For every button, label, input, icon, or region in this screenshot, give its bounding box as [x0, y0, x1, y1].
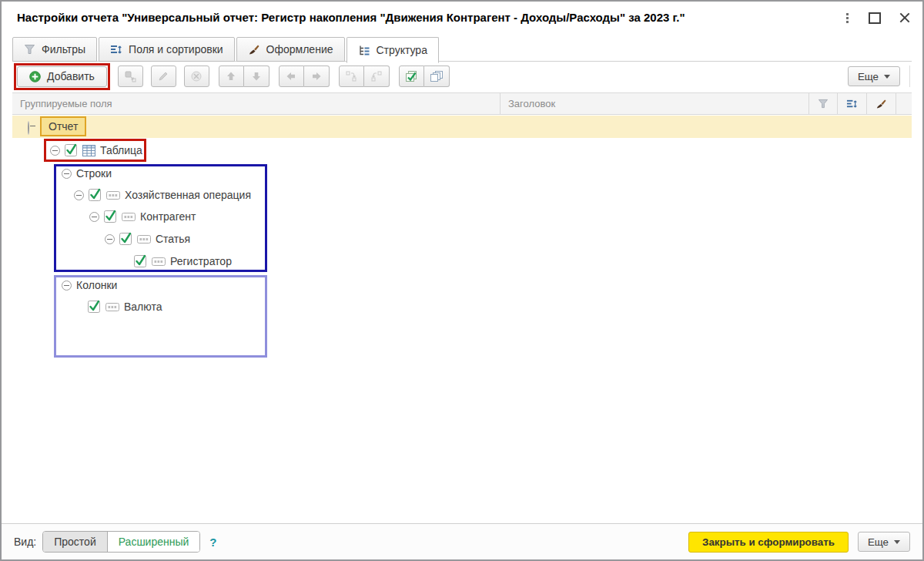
close-and-generate-button[interactable]: Закрыть и сформировать [688, 532, 849, 553]
tree-label-rows[interactable]: Строки [76, 167, 112, 180]
checkbox-registrar[interactable] [134, 255, 147, 268]
checkbox-currency[interactable] [88, 301, 101, 314]
edit-button[interactable] [151, 66, 176, 87]
toolbar: Добавить [14, 65, 910, 88]
move-down-button[interactable] [244, 66, 270, 87]
add-button-label: Добавить [47, 70, 95, 82]
tree-row-report[interactable]: Отчет [12, 116, 912, 138]
move-right-icon [310, 70, 323, 82]
header-filter-cell[interactable] [809, 93, 839, 114]
help-link[interactable]: ? [209, 536, 216, 549]
check-all-icon [404, 70, 418, 82]
uncheck-all-icon [430, 70, 444, 82]
checkbox-counterparty[interactable] [104, 210, 117, 223]
checkbox-table[interactable] [65, 144, 78, 157]
footer-more-label: Еще [868, 536, 889, 548]
annotation-table-row: Таблица [44, 139, 146, 162]
move-right-button[interactable] [304, 66, 330, 87]
collapse-icon[interactable] [74, 190, 84, 200]
disable-button[interactable] [184, 66, 209, 87]
tree-row-registrar[interactable]: Регистратор [134, 253, 232, 270]
view-mode-simple-button[interactable]: Простой [43, 532, 108, 552]
tree-label-currency[interactable]: Валюта [124, 301, 162, 313]
tree-label-table[interactable]: Таблица [100, 144, 142, 156]
tree-label-columns[interactable]: Колонки [76, 279, 117, 291]
field-icon [137, 235, 151, 244]
grid-header: Группируемые поля Заголовок [12, 92, 912, 115]
sort-icon [846, 99, 858, 109]
tree-row-rows[interactable]: Строки [62, 165, 112, 182]
move-to-group-button[interactable] [118, 66, 143, 87]
window-close-icon[interactable] [899, 12, 910, 23]
tree-label-registrar[interactable]: Регистратор [170, 255, 232, 267]
tab-appearance[interactable]: Оформление [236, 37, 345, 62]
tabstrip: Фильтры Поля и сортировки Оформление [12, 37, 440, 62]
view-mode-label: Вид: [14, 536, 36, 548]
move-horizontal-group [279, 66, 330, 87]
check-all-button[interactable] [399, 66, 424, 87]
view-mode-switch: Простой Расширенный [42, 531, 200, 553]
tree-label-article[interactable]: Статья [156, 233, 190, 245]
collapse-icon[interactable] [28, 121, 29, 135]
tree-row-currency[interactable]: Валюта [88, 298, 162, 315]
checkbox-article[interactable] [119, 233, 132, 246]
collapse-icon[interactable] [50, 146, 60, 156]
tree-row-business-operation[interactable]: Хозяйственная операция [74, 186, 251, 203]
field-icon [106, 191, 120, 200]
field-icon [105, 303, 119, 311]
tree-label-counterparty[interactable]: Контрагент [140, 210, 196, 223]
tab-fields-sorting[interactable]: Поля и сортировки [99, 37, 235, 62]
tree-row-columns[interactable]: Колонки [62, 277, 117, 294]
move-vertical-group [219, 66, 270, 87]
tree-row-counterparty[interactable]: Контрагент [89, 208, 196, 225]
move-to-group-icon [124, 70, 136, 82]
edit-icon [157, 70, 169, 82]
sort-icon [110, 44, 122, 55]
collapse-icon[interactable] [62, 280, 72, 291]
add-button[interactable]: Добавить [17, 66, 107, 87]
window-title: Настройки отчета "Универсальный отчет: Р… [17, 11, 685, 24]
move-up-button[interactable] [219, 66, 244, 87]
move-out-of-group-icon [370, 70, 383, 82]
move-left-icon [285, 70, 297, 82]
header-sort-cell[interactable] [838, 93, 867, 114]
column-header-label: Группируемые поля [20, 98, 112, 109]
caret-down-icon [884, 75, 890, 79]
move-up-icon [225, 70, 237, 82]
window-maximize-icon[interactable] [869, 12, 881, 24]
collapse-icon[interactable] [89, 212, 99, 222]
tab-structure[interactable]: Структура [346, 37, 439, 63]
move-into-group-button[interactable] [339, 66, 364, 87]
move-left-button[interactable] [279, 66, 304, 87]
header-filler [896, 93, 912, 114]
column-header-grouping-fields[interactable]: Группируемые поля [12, 93, 500, 114]
column-header-title[interactable]: Заголовок [500, 93, 809, 114]
field-icon [152, 257, 166, 266]
tab-filters[interactable]: Фильтры [12, 37, 97, 62]
tree-label-business-operation[interactable]: Хозяйственная операция [125, 189, 251, 201]
toolbar-more-label: Еще [858, 71, 879, 82]
annotation-add-button: Добавить [14, 63, 110, 90]
annotation-report-label[interactable]: Отчет [40, 116, 86, 136]
field-icon [122, 213, 136, 221]
uncheck-all-button[interactable] [424, 66, 450, 87]
move-out-of-group-button[interactable] [364, 66, 390, 87]
structure-tree: Отчет Таблица [12, 116, 912, 523]
caret-down-icon [894, 540, 900, 544]
toolbar-separator [909, 66, 910, 87]
checkbox-business-operation[interactable] [89, 189, 102, 202]
brush-icon [248, 44, 260, 55]
toolbar-more-button[interactable]: Еще [848, 66, 900, 86]
view-mode-extended-button[interactable]: Расширенный [108, 532, 200, 552]
column-header-label: Заголовок [508, 98, 555, 109]
check-group [399, 66, 450, 87]
footer: Вид: Простой Расширенный ? Закрыть и сфо… [2, 523, 922, 559]
tree-row-article[interactable]: Статья [105, 230, 190, 247]
collapse-icon[interactable] [62, 169, 72, 179]
window-menu-icon[interactable] [845, 12, 850, 25]
footer-more-button[interactable]: Еще [858, 532, 910, 552]
group-structure-group [339, 66, 390, 87]
table-icon [82, 145, 95, 156]
collapse-icon[interactable] [105, 234, 115, 244]
header-appearance-cell[interactable] [867, 93, 896, 114]
